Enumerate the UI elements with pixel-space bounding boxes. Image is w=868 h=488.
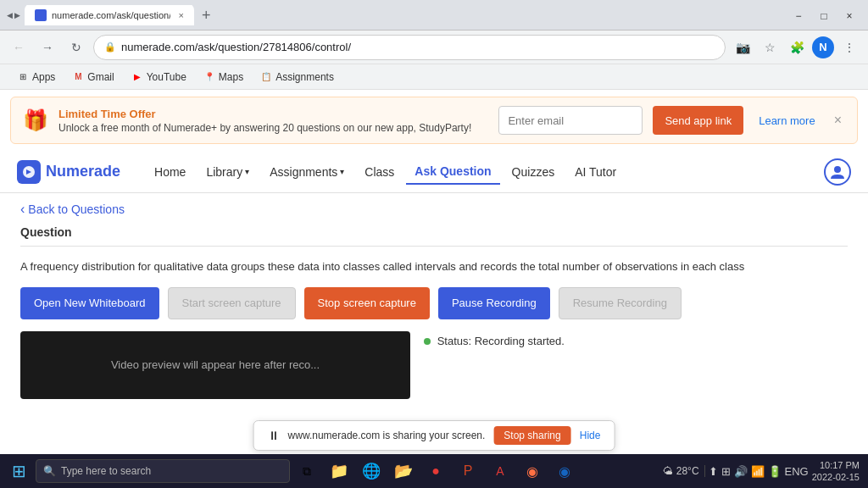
nav-ai-tutor[interactable]: AI Tutor	[566, 160, 625, 184]
nav-quizzes[interactable]: Quizzes	[504, 160, 564, 184]
taskbar-app-powerpoint[interactable]: P	[453, 456, 483, 486]
weather-temp: 28°C	[676, 465, 699, 477]
tray-icon-1: ⬆	[709, 465, 718, 478]
gmail-icon: M	[72, 71, 84, 83]
windows-start-icon: ⊞	[12, 461, 26, 481]
bookmark-gmail-label: Gmail	[87, 71, 114, 83]
sharing-pause-icon: ⏸	[268, 429, 280, 442]
bookmark-assignments[interactable]: 📋 Assignments	[253, 69, 341, 86]
tab-close-icon[interactable]: ×	[179, 10, 184, 20]
lock-icon: 🔒	[104, 42, 116, 53]
bookmark-gmail[interactable]: M Gmail	[65, 69, 120, 86]
menu-button[interactable]: ⋮	[837, 36, 861, 59]
screen-sharing-bar: ⏸ www.numerade.com is sharing your scree…	[253, 420, 615, 451]
svg-point-1	[834, 166, 841, 173]
nav-home[interactable]: Home	[146, 160, 194, 184]
bookmark-apps-label: Apps	[32, 71, 55, 83]
taskbar-time-display: 10:17 PM	[820, 459, 860, 471]
refresh-button[interactable]: ↻	[64, 36, 88, 59]
maps-icon: 📍	[203, 71, 215, 83]
question-text: A frequency distribution for qualitative…	[20, 258, 848, 275]
taskbar-right-area: 🌤 28°C ⬆ ⊞ 🔊 📶 🔋 ENG 10:17 PM 2022-02-15	[658, 459, 865, 484]
library-arrow-icon: ▾	[245, 167, 249, 176]
minimize-button[interactable]: −	[787, 6, 810, 26]
assignments-arrow-icon: ▾	[340, 167, 344, 176]
bookmark-maps[interactable]: 📍 Maps	[197, 69, 250, 86]
nav-library[interactable]: Library ▾	[198, 160, 258, 184]
maximize-button[interactable]: □	[812, 6, 836, 26]
assignments-icon: 📋	[260, 71, 272, 83]
promo-learn-more-button[interactable]: Learn more	[754, 106, 820, 135]
question-label: Question	[20, 225, 848, 239]
tab-title: numerade.com/ask/question/27814806/contr…	[52, 10, 170, 20]
promo-email-input[interactable]	[498, 106, 643, 135]
back-link-text: Back to Questions	[28, 202, 125, 216]
bookmarks-bar: ⊞ Apps M Gmail ▶ YouTube 📍 Maps 📋 Assign…	[0, 64, 868, 90]
open-whiteboard-button[interactable]: Open New Whiteboard	[20, 287, 159, 319]
video-area: Video preview will appear here after rec…	[20, 331, 848, 399]
taskbar-search-box[interactable]: 🔍 Type here to search	[36, 459, 290, 483]
nav-ask-question[interactable]: Ask Question	[406, 159, 499, 185]
active-tab[interactable]: numerade.com/ask/question/27814806/contr…	[25, 5, 194, 25]
browser-navigation: ← → ↻ 🔒 numerade.com/ask/question/278148…	[0, 30, 868, 64]
start-button[interactable]: ⊞	[3, 456, 34, 486]
promo-description: Unlock a free month of Numerade+ by answ…	[58, 122, 488, 134]
taskbar-app-blue[interactable]: ◉	[549, 456, 580, 486]
promo-send-button[interactable]: Send app link	[653, 106, 743, 135]
bookmark-apps[interactable]: ⊞ Apps	[10, 69, 62, 86]
status-dot-icon	[424, 338, 431, 345]
site-nav-right	[824, 158, 851, 186]
bookmark-youtube[interactable]: ▶ YouTube	[125, 69, 193, 86]
site-logo[interactable]: Numerade	[17, 160, 120, 184]
nav-assignments[interactable]: Assignments ▾	[261, 160, 353, 184]
site-navigation: Numerade Home Library ▾ Assignments ▾ Cl…	[0, 151, 868, 193]
profile-button[interactable]: N	[812, 36, 834, 58]
start-screen-capture-button: Start screen capture	[168, 287, 296, 319]
back-to-questions-link[interactable]: ‹ Back to Questions	[20, 202, 848, 217]
video-preview: Video preview will appear here after rec…	[20, 331, 410, 399]
forward-button[interactable]: →	[36, 36, 59, 59]
taskbar-search-placeholder: Type here to search	[61, 465, 151, 477]
hide-sharing-button[interactable]: Hide	[580, 430, 601, 441]
close-button[interactable]: ×	[837, 6, 861, 26]
new-tab-button[interactable]: +	[195, 8, 218, 23]
taskbar-app-red[interactable]: ●	[420, 456, 451, 486]
pause-recording-button[interactable]: Pause Recording	[438, 287, 550, 319]
url-text: numerade.com/ask/question/27814806/contr…	[121, 41, 715, 53]
taskbar-app-taskview[interactable]: ⧉	[292, 456, 322, 486]
extensions-button[interactable]: 🧩	[785, 36, 809, 59]
status-text: Status: Recording started.	[424, 335, 565, 347]
stop-sharing-button[interactable]: Stop sharing	[493, 426, 570, 445]
weather-icon: 🌤	[663, 465, 673, 477]
tray-icon-5: 🔋	[768, 465, 782, 478]
taskbar-app-files[interactable]: 📁	[324, 456, 354, 486]
tray-icon-3: 🔊	[734, 465, 748, 478]
taskbar-app-orange[interactable]: ◉	[517, 456, 548, 486]
bookmark-assignments-label: Assignments	[275, 71, 334, 83]
logo-text: Numerade	[46, 163, 120, 180]
resume-recording-button: Resume Recording	[559, 287, 682, 319]
taskbar-app-pdf[interactable]: A	[485, 456, 515, 486]
nav-links: Home Library ▾ Assignments ▾ Class Ask Q…	[146, 159, 625, 185]
sharing-site-text: www.numerade.com is sharing your screen.	[288, 430, 486, 441]
taskbar-app-browser[interactable]: 🌐	[356, 456, 387, 486]
camera-button[interactable]: 📷	[731, 36, 754, 59]
nav-class[interactable]: Class	[356, 160, 403, 184]
tray-icon-2: ⊞	[721, 465, 731, 478]
taskbar-app-explorer[interactable]: 📂	[388, 456, 419, 486]
status-label: Status: Recording started.	[437, 335, 565, 347]
back-button[interactable]: ←	[7, 36, 31, 59]
system-tray-icons: ⬆ ⊞ 🔊 📶 🔋 ENG	[709, 465, 809, 478]
promo-close-icon[interactable]: ×	[831, 113, 845, 128]
taskbar-clock[interactable]: 10:17 PM 2022-02-15	[812, 459, 860, 484]
taskbar: ⊞ 🔍 Type here to search ⧉ 📁 🌐 📂 ● P A ◉ …	[0, 454, 868, 488]
weather-widget[interactable]: 🌤 28°C	[658, 465, 705, 477]
address-bar[interactable]: 🔒 numerade.com/ask/question/27814806/con…	[93, 35, 726, 60]
video-preview-text: Video preview will appear here after rec…	[111, 358, 320, 371]
taskbar-search-icon: 🔍	[43, 465, 56, 477]
bookmark-youtube-label: YouTube	[147, 71, 186, 83]
taskbar-date-display: 2022-02-15	[812, 471, 860, 483]
stop-screen-capture-button[interactable]: Stop screen capture	[304, 287, 430, 319]
bookmark-button[interactable]: ☆	[758, 36, 782, 59]
account-icon[interactable]	[824, 158, 851, 186]
